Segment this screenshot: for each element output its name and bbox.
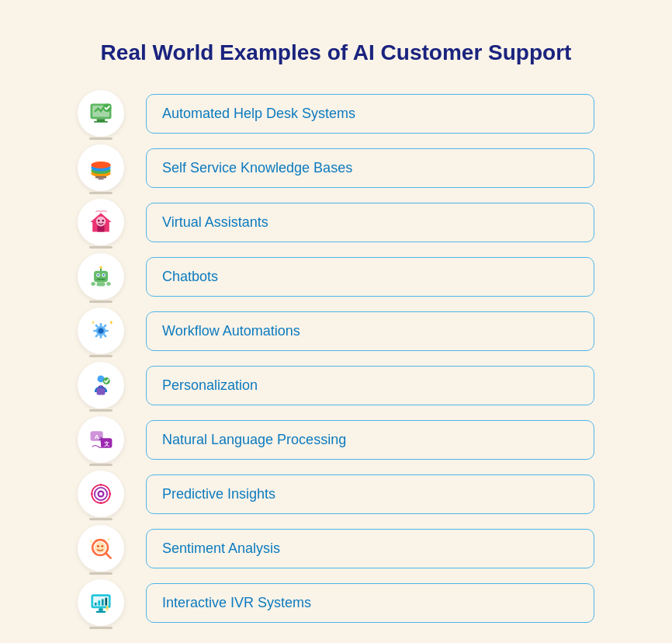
svg-rect-66 (96, 611, 106, 613)
svg-marker-38 (92, 321, 95, 325)
svg-rect-23 (97, 279, 106, 280)
svg-point-22 (103, 275, 105, 276)
svg-point-53 (91, 493, 93, 495)
svg-point-14 (98, 220, 100, 222)
item-label: Natural Language Processing (146, 420, 594, 460)
svg-point-21 (97, 275, 99, 276)
knowledge-base-icon (78, 144, 124, 191)
item-label: Predictive Insights (146, 474, 594, 514)
item-label: Virtual Assistants (146, 203, 594, 242)
svg-rect-16 (94, 271, 108, 282)
svg-point-49 (99, 492, 103, 496)
chatbot-icon (78, 253, 124, 300)
svg-point-18 (99, 266, 102, 269)
items-list: Automated Help Desk Systems Self Service… (78, 90, 594, 626)
svg-rect-64 (105, 598, 107, 606)
svg-rect-30 (100, 335, 102, 339)
item-label: Chatbots (146, 257, 594, 297)
svg-text:A: A (95, 433, 99, 440)
predictive-icon (78, 471, 124, 517)
sentiment-icon (78, 525, 124, 572)
svg-line-58 (106, 554, 110, 558)
list-item: Personalization (78, 362, 594, 408)
item-label: Personalization (146, 366, 594, 405)
svg-text:文: 文 (104, 440, 109, 447)
svg-marker-37 (110, 321, 113, 325)
svg-rect-31 (93, 330, 97, 332)
personalization-icon (78, 362, 124, 408)
list-item: Chatbots (78, 253, 594, 300)
svg-point-8 (91, 162, 110, 169)
svg-rect-26 (106, 283, 110, 287)
item-label: Self Service Knowledge Bases (146, 148, 594, 188)
svg-rect-25 (91, 283, 95, 287)
svg-point-56 (97, 545, 99, 547)
ivr-icon (78, 579, 124, 626)
svg-rect-62 (98, 601, 100, 606)
list-item: Sentiment Analysis (78, 525, 594, 572)
list-item: Automated Help Desk Systems (78, 90, 594, 137)
list-item: Self Service Knowledge Bases (78, 144, 594, 191)
workflow-icon (78, 308, 124, 354)
svg-rect-65 (99, 609, 102, 612)
list-item: Virtual Assistants (78, 199, 594, 245)
svg-point-57 (101, 545, 103, 547)
list-item: Workflow Automations (78, 308, 594, 354)
list-item: Interactive IVR Systems (78, 579, 594, 626)
svg-point-55 (95, 542, 106, 553)
svg-point-51 (109, 493, 111, 495)
list-item: Predictive Insights (78, 471, 594, 517)
virtual-assistant-icon (78, 199, 124, 245)
svg-rect-24 (97, 283, 106, 287)
svg-point-13 (96, 217, 106, 227)
item-label: Sentiment Analysis (146, 529, 594, 568)
svg-point-50 (100, 484, 102, 486)
page-title: Real World Examples of AI Customer Suppo… (78, 39, 594, 67)
svg-point-52 (100, 502, 102, 505)
main-container: Real World Examples of AI Customer Suppo… (16, 16, 656, 643)
svg-rect-40 (97, 388, 106, 395)
svg-rect-10 (98, 179, 103, 180)
svg-rect-32 (105, 330, 109, 332)
nlp-icon: A 文 (78, 416, 124, 463)
list-item: A 文 Natural Language Processing (78, 416, 594, 463)
item-label: Workflow Automations (146, 311, 594, 351)
svg-rect-2 (97, 120, 106, 122)
svg-point-28 (98, 328, 103, 334)
svg-rect-29 (100, 323, 102, 327)
svg-rect-61 (95, 603, 97, 606)
svg-point-15 (102, 220, 104, 222)
item-label: Automated Help Desk Systems (146, 94, 594, 134)
svg-rect-63 (102, 600, 104, 606)
svg-rect-3 (94, 121, 108, 123)
item-label: Interactive IVR Systems (146, 583, 594, 623)
svg-rect-9 (95, 176, 106, 179)
help-desk-icon (78, 90, 124, 137)
